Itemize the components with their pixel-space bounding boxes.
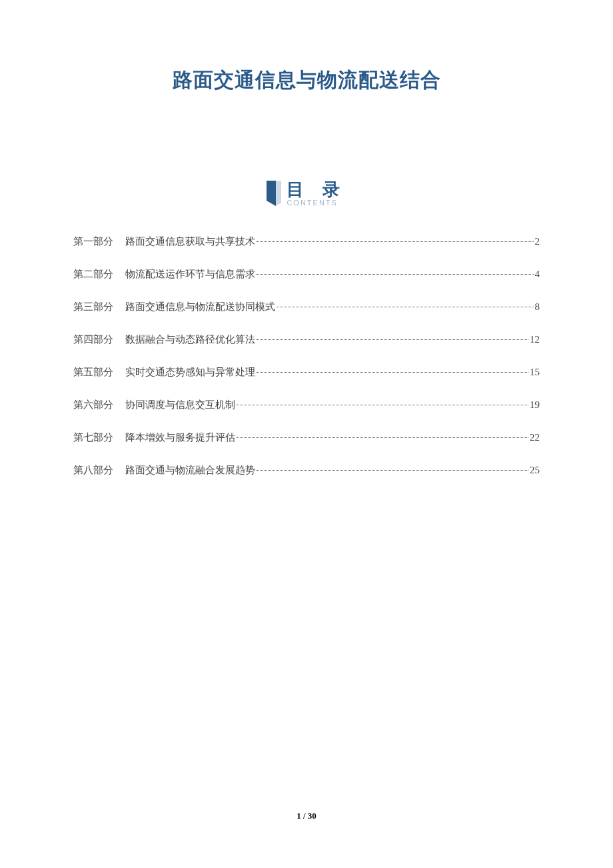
toc-row: 第一部分 路面交通信息获取与共享技术 2: [73, 235, 540, 248]
toc-leader-dots: [257, 241, 534, 242]
toc-item-title: 路面交通信息获取与共享技术: [125, 235, 255, 248]
toc-item-title: 物流配送运作环节与信息需求: [125, 268, 255, 281]
toc-row: 第七部分 降本增效与服务提升评估 22: [73, 431, 540, 444]
page-footer: 1 / 30: [0, 811, 613, 821]
toc-page-number: 4: [535, 269, 540, 280]
svg-marker-1: [276, 181, 281, 206]
toc-leader-dots: [257, 274, 534, 275]
toc-part-label: 第二部分: [73, 268, 113, 281]
toc-row: 第四部分 数据融合与动态路径优化算法 12: [73, 333, 540, 346]
toc-row: 第三部分 路面交通信息与物流配送协同模式 8: [73, 301, 540, 313]
svg-marker-0: [267, 181, 276, 206]
document-title: 路面交通信息与物流配送结合: [73, 67, 540, 94]
toc-row: 第二部分 物流配送运作环节与信息需求 4: [73, 268, 540, 281]
toc-page-number: 15: [530, 367, 540, 378]
toc-row: 第八部分 路面交通与物流融合发展趋势 25: [73, 464, 540, 477]
toc-heading-en: CONTENTS: [287, 199, 338, 207]
toc-part-label: 第七部分: [73, 431, 113, 444]
toc-part-label: 第五部分: [73, 366, 113, 379]
toc-part-label: 第六部分: [73, 399, 113, 411]
toc-row: 第五部分 实时交通态势感知与异常处理 15: [73, 366, 540, 379]
toc-page-number: 22: [530, 432, 540, 443]
page-total: 30: [308, 811, 316, 821]
toc-page-number: 8: [535, 301, 540, 313]
toc-item-title: 路面交通与物流融合发展趋势: [125, 464, 255, 477]
toc-page-number: 12: [530, 334, 540, 345]
toc-part-label: 第一部分: [73, 235, 113, 248]
toc-page-number: 19: [530, 399, 540, 411]
toc-page-number: 2: [535, 236, 540, 247]
toc-leader-dots: [257, 470, 528, 471]
toc-part-label: 第三部分: [73, 301, 113, 313]
toc-item-title: 数据融合与动态路径优化算法: [125, 333, 255, 346]
toc-item-title: 协同调度与信息交互机制: [125, 399, 235, 411]
toc-heading-cn: 目 录: [287, 181, 346, 198]
toc-part-label: 第四部分: [73, 333, 113, 346]
toc-page-number: 25: [530, 465, 540, 476]
toc-row: 第六部分 协同调度与信息交互机制 19: [73, 399, 540, 411]
toc-leader-dots: [237, 405, 528, 405]
toc-part-label: 第八部分: [73, 464, 113, 477]
toc-icon: [267, 181, 281, 209]
toc-list: 第一部分 路面交通信息获取与共享技术 2 第二部分 物流配送运作环节与信息需求 …: [73, 235, 540, 477]
toc-leader-dots: [257, 339, 528, 340]
toc-leader-dots: [237, 437, 528, 438]
toc-header: 目 录 CONTENTS: [73, 181, 540, 209]
page-sep: /: [301, 811, 308, 821]
toc-leader-dots: [257, 372, 528, 373]
toc-item-title: 降本增效与服务提升评估: [125, 431, 235, 444]
toc-item-title: 路面交通信息与物流配送协同模式: [125, 301, 275, 313]
toc-leader-dots: [277, 307, 534, 307]
toc-item-title: 实时交通态势感知与异常处理: [125, 366, 255, 379]
